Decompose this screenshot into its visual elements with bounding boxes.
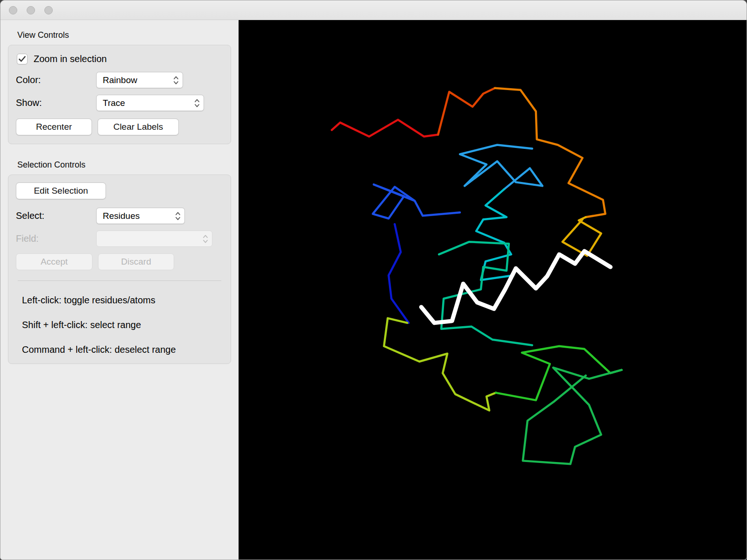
select-dropdown-value: Residues [103,211,171,221]
selection-controls-group: Edit Selection Select: Residues [8,175,231,364]
trace-dark-blue [388,224,409,323]
trace-orange [495,88,606,217]
trace-red [332,120,438,137]
edit-selection-button[interactable]: Edit Selection [16,182,106,199]
trace-blue [373,184,460,218]
show-label: Show: [16,98,96,108]
minimize-button[interactable] [27,6,35,14]
zoom-in-selection-label: Zoom in selection [34,54,107,64]
protein-trace [239,20,747,560]
selected-residues-trace [421,251,610,323]
app-window: View Controls Zoom in selection Color: R… [0,0,747,560]
maximize-button[interactable] [44,6,53,14]
checkbox-icon[interactable] [17,54,28,64]
show-dropdown[interactable]: Trace [96,95,204,111]
help-line-command-click: Command + left-click: deselect range [22,344,223,355]
clear-labels-button[interactable]: Clear Labels [98,119,179,135]
help-line-shift-click: Shift + left-click: select range [22,320,223,330]
select-dropdown[interactable]: Residues [96,208,185,224]
discard-button: Discard [98,253,174,270]
color-dropdown-value: Rainbow [103,75,169,85]
window-controls [9,6,53,14]
trace-teal [439,242,532,345]
updown-chevron-icon [199,234,212,244]
recenter-button[interactable]: Recenter [16,119,92,135]
updown-chevron-icon [171,211,184,221]
updown-chevron-icon [190,98,204,108]
updown-chevron-icon [169,75,183,85]
divider [18,280,221,281]
accept-button: Accept [16,253,92,270]
trace-gold [563,217,601,256]
field-label: Field: [16,233,96,244]
view-controls-heading: View Controls [17,30,231,40]
field-dropdown [96,231,212,247]
color-dropdown[interactable]: Rainbow [96,72,183,88]
molecule-viewport[interactable] [239,20,747,560]
view-controls-group: Zoom in selection Color: Rainbow [8,45,231,144]
help-line-left-click: Left-click: toggle residues/atoms [22,295,223,306]
show-dropdown-value: Trace [103,98,190,108]
close-button[interactable] [9,6,17,14]
trace-green-2 [523,368,622,464]
trace-orange-red [438,88,495,135]
title-bar [0,0,747,20]
select-label: Select: [16,210,96,221]
zoom-in-selection-checkbox[interactable]: Zoom in selection [17,54,223,64]
color-label: Color: [16,75,96,85]
help-text: Left-click: toggle residues/atoms Shift … [16,295,223,355]
selection-controls-heading: Selection Controls [17,160,231,170]
sidebar: View Controls Zoom in selection Color: R… [0,20,239,560]
trace-sky-blue [460,145,543,189]
